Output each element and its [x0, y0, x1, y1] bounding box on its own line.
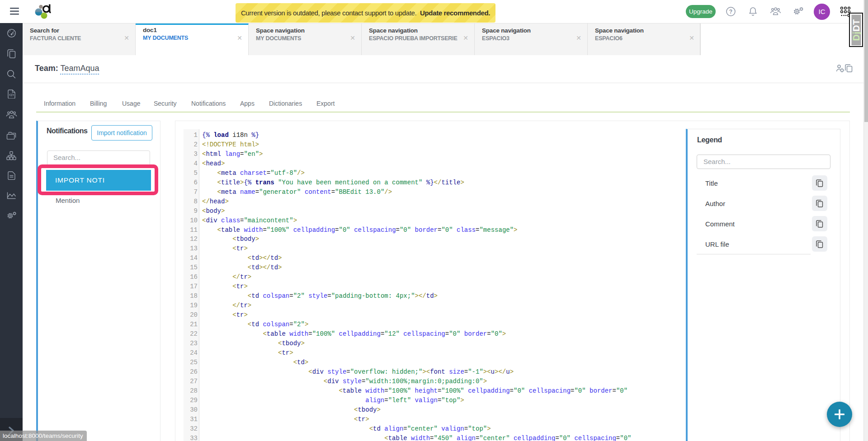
svg-text:?: ?	[729, 9, 732, 15]
